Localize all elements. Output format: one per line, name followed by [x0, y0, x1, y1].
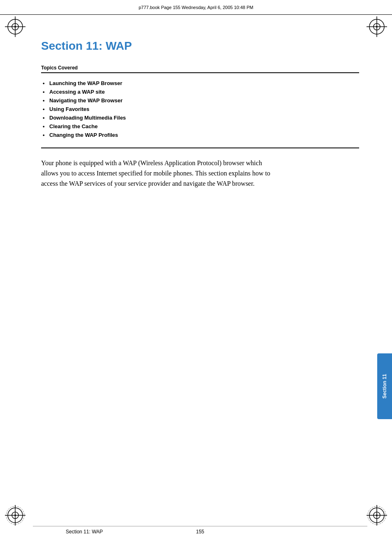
list-item: Downloading Multimedia Files — [41, 113, 359, 122]
section-tab: Section 11 — [377, 353, 392, 419]
footer-page: 155 — [196, 529, 204, 535]
list-item: Changing the WAP Profiles — [41, 131, 359, 139]
reg-mark-bl — [5, 505, 25, 526]
footer-left: Section 11: WAP — [66, 529, 103, 535]
topics-list: Launching the WAP Browser Accessing a WA… — [41, 79, 359, 139]
section-divider — [41, 148, 359, 148]
topics-covered-block: Topics Covered Launching the WAP Browser… — [41, 65, 359, 139]
section-tab-label: Section 11 — [382, 374, 387, 399]
list-item: Accessing a WAP site — [41, 88, 359, 96]
page-header: p777.book Page 155 Wednesday, April 6, 2… — [0, 0, 392, 15]
list-item: Navigating the WAP Browser — [41, 96, 359, 105]
main-content: Section 11: WAP Topics Covered Launching… — [33, 15, 367, 517]
section-title: Section 11: WAP — [41, 39, 359, 53]
reg-mark-tl — [5, 16, 25, 37]
page-footer: Section 11: WAP 155 — [33, 526, 367, 535]
reg-mark-tr — [367, 16, 387, 37]
header-text: p777.book Page 155 Wednesday, April 6, 2… — [138, 5, 253, 10]
reg-mark-br — [367, 505, 387, 526]
topics-covered-label: Topics Covered — [41, 65, 359, 73]
list-item: Using Favorites — [41, 105, 359, 113]
body-paragraph: Your phone is equipped with a WAP (Wirel… — [41, 158, 271, 189]
list-item: Launching the WAP Browser — [41, 79, 359, 88]
list-item: Clearing the Cache — [41, 122, 359, 131]
